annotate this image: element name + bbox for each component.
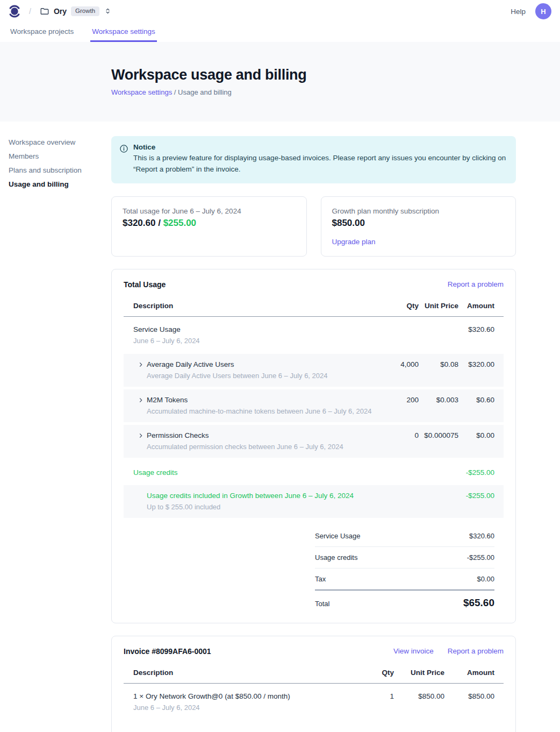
sidebar-item-workspace-overview[interactable]: Workspace overview (9, 137, 105, 147)
plan-badge: Growth (71, 6, 99, 17)
total-usage-stat-card: Total usage for June 6 – July 6, 2024 $3… (111, 196, 307, 257)
workspace-name: Ory (54, 7, 67, 16)
invoice-title: Invoice #8099AFA6-0001 (124, 647, 211, 656)
usage-row-average-daily-active-users[interactable]: Average Daily Active UsersAverage Daily … (124, 354, 504, 387)
invoice-summary-1-ory-network-growth-0-at-850-00-month: 1 × Ory Network Growth@0 (at $850.00 / m… (315, 728, 494, 732)
tab-workspace-projects[interactable]: Workspace projects (9, 23, 75, 42)
sidebar-item-members[interactable]: Members (9, 151, 105, 161)
usage-row-description: Average Daily Active UsersAverage Daily … (147, 359, 376, 381)
usage-card-value: $320.60 / $255.00 (123, 218, 296, 229)
usage-card-label: Total usage for June 6 – July 6, 2024 (123, 207, 296, 215)
usage-row-service-usage: Service UsageJune 6 – July 6, 2024$320.6… (124, 317, 504, 354)
usage-table-title: Total Usage (124, 280, 166, 289)
invoice-row-unit-price: $850.00 (394, 691, 444, 702)
usage-row-amount: $320.60 (458, 324, 494, 335)
usage-row-unit-price: $0.000075 (419, 430, 458, 441)
usage-row-title: Average Daily Active Users (147, 359, 376, 370)
breadcrumb: Workspace settings / Usage and billing (111, 88, 560, 96)
usage-row-amount: $320.00 (458, 359, 494, 370)
invoice-row-qty: 1 (351, 691, 394, 702)
usage-row-title: Service Usage (133, 324, 376, 335)
invoice-row-1-ory-network-growth-0-at-850-00-month: 1 × Ory Network Growth@0 (at $850.00 / m… (124, 684, 504, 721)
summary-cards-row: Total usage for June 6 – July 6, 2024 $3… (111, 196, 516, 257)
breadcrumb-separator: / (174, 88, 176, 96)
invoice-row-description: 1 × Ory Network Growth@0 (at $850.00 / m… (133, 691, 351, 713)
avatar[interactable]: H (535, 3, 551, 19)
usage-row-permission-checks[interactable]: Permission ChecksAccumulated permission … (124, 425, 504, 458)
plan-card-label: Growth plan monthly subscription (332, 207, 505, 215)
usage-row-description: M2M TokensAccumulated machine-to-machine… (147, 395, 376, 416)
usage-total-label: Total (315, 600, 329, 608)
usage-row-subtitle: Up to $ 255.00 included (147, 502, 376, 512)
usage-row-subtitle: Average Daily Active Users between June … (147, 371, 376, 381)
invoice-card: Invoice #8099AFA6-0001 View invoice Repo… (111, 636, 516, 732)
invoice-report-problem-link[interactable]: Report a problem (448, 647, 504, 655)
usage-table-header: Description Qty Unit Price Amount (124, 296, 504, 317)
usage-row-qty: 4,000 (376, 359, 419, 370)
notice-banner: Notice This is a preview feature for dis… (111, 136, 516, 183)
usage-row-title: Usage credits included in Growth between… (147, 491, 376, 501)
folder-icon (40, 6, 49, 16)
usage-row-amount: $0.60 (458, 395, 494, 406)
column-description: Description (133, 669, 351, 677)
column-description: Description (133, 302, 376, 310)
column-amount: Amount (458, 302, 494, 310)
breadcrumb-link-settings[interactable]: Workspace settings (111, 88, 172, 96)
chevron-up-down-icon (104, 7, 112, 15)
usage-row-description: Usage credits (133, 467, 376, 478)
ory-logo[interactable] (9, 4, 20, 19)
usage-row-usage-credits: Usage credits-$255.00 (124, 460, 504, 485)
view-invoice-link[interactable]: View invoice (393, 647, 434, 655)
sidebar: Workspace overviewMembersPlans and subsc… (9, 137, 105, 193)
page-header: Workspace usage and billing Workspace se… (0, 42, 560, 122)
usage-summary-usage-credits: Usage credits-$255.00 (315, 547, 494, 568)
usage-row-title: Usage credits (133, 467, 376, 478)
usage-row-subtitle: Accumulated machine-to-machine tokens be… (147, 407, 376, 416)
sidebar-item-usage-and-billing[interactable]: Usage and billing (9, 179, 105, 189)
plan-card-value: $850.00 (332, 218, 505, 229)
usage-summary-value: $320.60 (469, 532, 494, 540)
usage-row-amount: -$255.00 (458, 467, 494, 478)
column-qty: Qty (351, 669, 394, 677)
main-content: Notice This is a preview feature for dis… (111, 136, 516, 732)
help-link[interactable]: Help (511, 8, 526, 16)
notice-title: Notice (133, 143, 506, 151)
upgrade-plan-link[interactable]: Upgrade plan (332, 238, 376, 246)
column-unit-price: Unit Price (394, 669, 444, 677)
usage-row-unit-price: $0.08 (419, 359, 458, 370)
usage-row-subtitle: June 6 – July 6, 2024 (133, 336, 376, 346)
usage-row-qty: 200 (376, 395, 419, 406)
usage-total-value: $65.60 (463, 597, 494, 609)
workspace-switcher[interactable]: Ory Growth (40, 6, 112, 17)
usage-row-title: Permission Checks (147, 430, 376, 441)
usage-amount: $320.60 / (123, 218, 163, 228)
invoice-summary: 1 × Ory Network Growth@0 (at $850.00 / m… (315, 728, 504, 732)
invoice-table-header: Description Qty Unit Price Amount (124, 663, 504, 684)
chevron-right-icon (138, 397, 144, 403)
invoice-row-title: 1 × Ory Network Growth@0 (at $850.00 / m… (133, 691, 351, 702)
usage-row-description: Permission ChecksAccumulated permission … (147, 430, 376, 452)
sidebar-item-plans-and-subscription[interactable]: Plans and subscription (9, 165, 105, 175)
plan-stat-card: Growth plan monthly subscription $850.00… (321, 196, 516, 257)
topbar: / Ory Growth Help H (0, 0, 560, 23)
invoice-row-subtitle: June 6 – July 6, 2024 (133, 703, 351, 713)
usage-row-subtitle: Accumulated permission checks between Ju… (147, 442, 376, 452)
tab-workspace-settings[interactable]: Workspace settings (90, 23, 157, 42)
page-title: Workspace usage and billing (111, 67, 560, 83)
column-unit-price: Unit Price (419, 302, 458, 310)
usage-row-title: M2M Tokens (147, 395, 376, 406)
usage-credit-amount: $255.00 (163, 218, 196, 228)
chevron-right-icon (138, 432, 144, 439)
usage-summary-service-usage: Service Usage$320.60 (315, 525, 494, 547)
usage-summary-label: Usage credits (315, 553, 357, 562)
notice-body: This is a preview feature for displaying… (133, 153, 506, 175)
usage-row-m2m-tokens[interactable]: M2M TokensAccumulated machine-to-machine… (124, 389, 504, 422)
usage-summary-value: -$255.00 (467, 553, 494, 562)
usage-summary: Service Usage$320.60Usage credits-$255.0… (315, 525, 504, 610)
breadcrumb-separator: / (29, 7, 31, 16)
usage-row-amount: $0.00 (458, 430, 494, 441)
usage-summary-value: $0.00 (477, 575, 494, 583)
report-problem-link[interactable]: Report a problem (448, 280, 504, 288)
total-usage-table-card: Total Usage Report a problem Description… (111, 269, 516, 623)
column-amount: Amount (444, 669, 494, 677)
